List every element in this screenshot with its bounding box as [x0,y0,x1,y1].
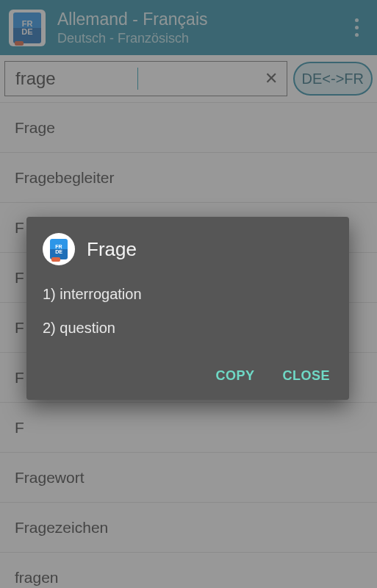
dialog-title: Frage [87,238,137,261]
copy-button[interactable]: COPY [212,362,257,390]
dialog-actions: COPY CLOSE [43,362,333,390]
definition-line: 1) interrogation [43,284,333,304]
dialog-icon: FR DE [43,233,75,265]
dialog-icon-graphic: FR DE [50,239,68,259]
definition-line: 2) question [43,318,333,337]
definition-dialog: FR DE Frage 1) interrogation 2) question… [26,217,349,400]
icon-text-de: DE [55,249,62,254]
dialog-body: 1) interrogation 2) question [43,284,333,337]
icon-text-fr: FR [55,244,62,249]
close-button[interactable]: CLOSE [279,362,333,390]
dialog-header: FR DE Frage [43,233,333,265]
